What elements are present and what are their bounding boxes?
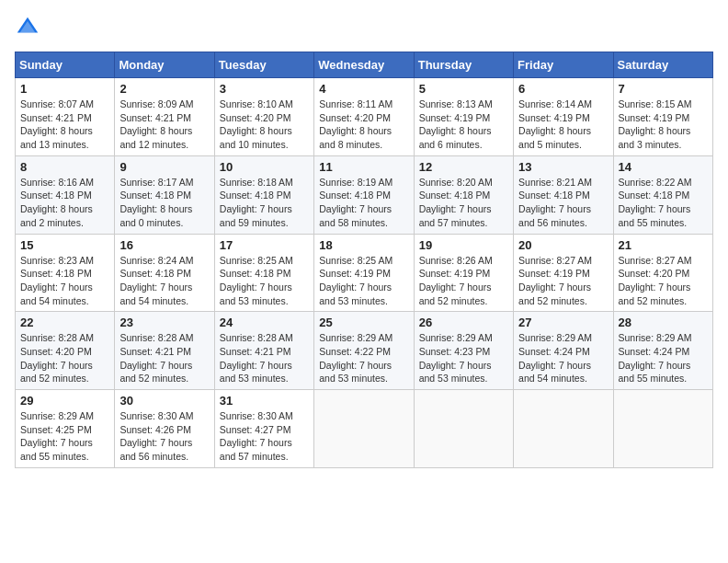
day-number: 23 (119, 316, 209, 329)
day-info: Sunrise: 8:16 AM Sunset: 4:18 PM Dayligh… (20, 176, 109, 230)
day-number: 14 (619, 160, 708, 174)
day-number: 28 (619, 316, 708, 329)
day-number: 30 (119, 394, 209, 408)
calendar-cell: 15 Sunrise: 8:23 AM Sunset: 4:18 PM Dayl… (16, 234, 115, 312)
calendar-cell: 8 Sunrise: 8:16 AM Sunset: 4:18 PM Dayli… (16, 155, 115, 234)
day-number: 20 (518, 238, 608, 252)
day-number: 18 (319, 238, 408, 252)
calendar-header-saturday: Saturday (613, 52, 712, 78)
day-info: Sunrise: 8:14 AM Sunset: 4:19 PM Dayligh… (518, 98, 608, 152)
day-number: 4 (319, 82, 408, 96)
calendar-cell: 3 Sunrise: 8:10 AM Sunset: 4:20 PM Dayli… (214, 78, 313, 156)
day-number: 19 (419, 238, 508, 252)
day-info: Sunrise: 8:11 AM Sunset: 4:20 PM Dayligh… (319, 98, 408, 152)
calendar-cell: 27 Sunrise: 8:29 AM Sunset: 4:24 PM Dayl… (514, 312, 613, 390)
day-number: 3 (220, 82, 309, 96)
day-info: Sunrise: 8:24 AM Sunset: 4:18 PM Dayligh… (119, 254, 209, 308)
day-number: 12 (419, 160, 508, 174)
day-number: 27 (518, 316, 608, 329)
day-number: 9 (119, 160, 209, 174)
calendar-cell: 23 Sunrise: 8:28 AM Sunset: 4:21 PM Dayl… (115, 312, 214, 390)
day-info: Sunrise: 8:29 AM Sunset: 4:24 PM Dayligh… (619, 331, 708, 385)
day-info: Sunrise: 8:28 AM Sunset: 4:20 PM Dayligh… (20, 331, 109, 385)
day-number: 11 (319, 160, 408, 174)
day-info: Sunrise: 8:28 AM Sunset: 4:21 PM Dayligh… (119, 331, 209, 385)
calendar-cell: 22 Sunrise: 8:28 AM Sunset: 4:20 PM Dayl… (16, 312, 115, 390)
day-info: Sunrise: 8:23 AM Sunset: 4:18 PM Dayligh… (20, 254, 109, 308)
calendar-cell: 25 Sunrise: 8:29 AM Sunset: 4:22 PM Dayl… (314, 312, 414, 390)
calendar-week-1: 1 Sunrise: 8:07 AM Sunset: 4:21 PM Dayli… (16, 78, 713, 156)
calendar-week-5: 29 Sunrise: 8:29 AM Sunset: 4:25 PM Dayl… (16, 390, 713, 468)
calendar-cell: 20 Sunrise: 8:27 AM Sunset: 4:19 PM Dayl… (514, 234, 613, 312)
calendar-cell: 24 Sunrise: 8:28 AM Sunset: 4:21 PM Dayl… (214, 312, 313, 390)
day-number: 7 (619, 82, 708, 96)
day-info: Sunrise: 8:29 AM Sunset: 4:24 PM Dayligh… (518, 331, 608, 385)
day-info: Sunrise: 8:26 AM Sunset: 4:19 PM Dayligh… (419, 254, 508, 308)
day-info: Sunrise: 8:29 AM Sunset: 4:23 PM Dayligh… (419, 331, 508, 385)
day-info: Sunrise: 8:30 AM Sunset: 4:27 PM Dayligh… (220, 409, 309, 464)
calendar-cell (414, 390, 513, 468)
day-info: Sunrise: 8:30 AM Sunset: 4:26 PM Dayligh… (119, 409, 209, 464)
calendar-cell: 18 Sunrise: 8:25 AM Sunset: 4:19 PM Dayl… (314, 234, 414, 312)
day-number: 15 (20, 238, 109, 252)
day-number: 31 (220, 394, 309, 408)
day-number: 13 (518, 160, 608, 174)
calendar-cell: 29 Sunrise: 8:29 AM Sunset: 4:25 PM Dayl… (16, 390, 115, 468)
day-number: 1 (20, 82, 109, 96)
calendar-cell: 26 Sunrise: 8:29 AM Sunset: 4:23 PM Dayl… (414, 312, 513, 390)
day-info: Sunrise: 8:28 AM Sunset: 4:21 PM Dayligh… (220, 331, 309, 385)
calendar-cell: 19 Sunrise: 8:26 AM Sunset: 4:19 PM Dayl… (414, 234, 513, 312)
calendar-cell: 14 Sunrise: 8:22 AM Sunset: 4:18 PM Dayl… (613, 155, 712, 234)
calendar-header-thursday: Thursday (414, 52, 513, 78)
calendar-cell: 17 Sunrise: 8:25 AM Sunset: 4:18 PM Dayl… (214, 234, 313, 312)
calendar-cell: 31 Sunrise: 8:30 AM Sunset: 4:27 PM Dayl… (214, 390, 313, 468)
calendar-cell: 21 Sunrise: 8:27 AM Sunset: 4:20 PM Dayl… (613, 234, 712, 312)
calendar-cell: 2 Sunrise: 8:09 AM Sunset: 4:21 PM Dayli… (115, 78, 214, 156)
day-number: 8 (20, 160, 109, 174)
day-info: Sunrise: 8:20 AM Sunset: 4:18 PM Dayligh… (419, 176, 508, 230)
calendar-header-sunday: Sunday (16, 52, 115, 78)
day-info: Sunrise: 8:09 AM Sunset: 4:21 PM Dayligh… (119, 98, 209, 152)
day-number: 26 (419, 316, 508, 329)
calendar-cell: 28 Sunrise: 8:29 AM Sunset: 4:24 PM Dayl… (613, 312, 712, 390)
day-info: Sunrise: 8:29 AM Sunset: 4:22 PM Dayligh… (319, 331, 408, 385)
day-info: Sunrise: 8:13 AM Sunset: 4:19 PM Dayligh… (419, 98, 508, 152)
calendar-cell: 11 Sunrise: 8:19 AM Sunset: 4:18 PM Dayl… (314, 155, 414, 234)
day-info: Sunrise: 8:19 AM Sunset: 4:18 PM Dayligh… (319, 176, 408, 230)
day-number: 24 (220, 316, 309, 329)
day-number: 17 (220, 238, 309, 252)
day-number: 5 (419, 82, 508, 96)
calendar-cell: 13 Sunrise: 8:21 AM Sunset: 4:18 PM Dayl… (514, 155, 613, 234)
calendar-cell: 1 Sunrise: 8:07 AM Sunset: 4:21 PM Dayli… (16, 78, 115, 156)
day-info: Sunrise: 8:27 AM Sunset: 4:19 PM Dayligh… (518, 254, 608, 308)
logo-icon (15, 15, 40, 40)
calendar-cell (514, 390, 613, 468)
day-info: Sunrise: 8:29 AM Sunset: 4:25 PM Dayligh… (20, 409, 109, 464)
calendar-cell (613, 390, 712, 468)
day-info: Sunrise: 8:25 AM Sunset: 4:18 PM Dayligh… (220, 254, 309, 308)
calendar-header-friday: Friday (514, 52, 613, 78)
calendar-week-3: 15 Sunrise: 8:23 AM Sunset: 4:18 PM Dayl… (16, 234, 713, 312)
day-info: Sunrise: 8:25 AM Sunset: 4:19 PM Dayligh… (319, 254, 408, 308)
day-number: 6 (518, 82, 608, 96)
calendar-cell: 30 Sunrise: 8:30 AM Sunset: 4:26 PM Dayl… (115, 390, 214, 468)
calendar-week-2: 8 Sunrise: 8:16 AM Sunset: 4:18 PM Dayli… (16, 155, 713, 234)
day-number: 21 (619, 238, 708, 252)
day-number: 29 (20, 394, 109, 408)
day-info: Sunrise: 8:07 AM Sunset: 4:21 PM Dayligh… (20, 98, 109, 152)
day-info: Sunrise: 8:10 AM Sunset: 4:20 PM Dayligh… (220, 98, 309, 152)
calendar-cell: 6 Sunrise: 8:14 AM Sunset: 4:19 PM Dayli… (514, 78, 613, 156)
calendar-cell: 16 Sunrise: 8:24 AM Sunset: 4:18 PM Dayl… (115, 234, 214, 312)
calendar-cell: 10 Sunrise: 8:18 AM Sunset: 4:18 PM Dayl… (214, 155, 313, 234)
calendar-cell: 9 Sunrise: 8:17 AM Sunset: 4:18 PM Dayli… (115, 155, 214, 234)
calendar-cell: 5 Sunrise: 8:13 AM Sunset: 4:19 PM Dayli… (414, 78, 513, 156)
calendar-cell: 4 Sunrise: 8:11 AM Sunset: 4:20 PM Dayli… (314, 78, 414, 156)
day-info: Sunrise: 8:21 AM Sunset: 4:18 PM Dayligh… (518, 176, 608, 230)
day-number: 10 (220, 160, 309, 174)
day-info: Sunrise: 8:27 AM Sunset: 4:20 PM Dayligh… (619, 254, 708, 308)
day-number: 2 (119, 82, 209, 96)
calendar-header-monday: Monday (115, 52, 214, 78)
day-number: 16 (119, 238, 209, 252)
day-info: Sunrise: 8:15 AM Sunset: 4:19 PM Dayligh… (619, 98, 708, 152)
day-info: Sunrise: 8:17 AM Sunset: 4:18 PM Dayligh… (119, 176, 209, 230)
